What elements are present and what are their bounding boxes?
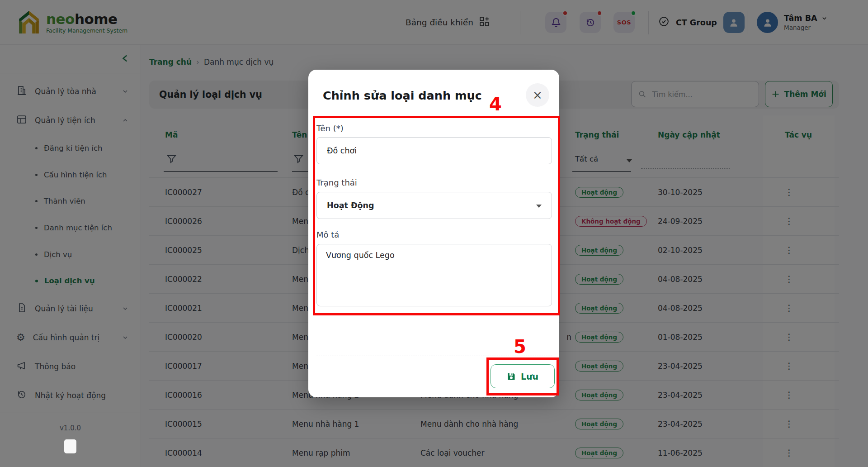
desc-textarea[interactable]: Vương quốc Lego [316,244,552,306]
save-floppy-icon [507,372,516,381]
name-field-label: Tên (*) [316,124,344,133]
desc-field-label: Mô tả [316,230,339,239]
status-select[interactable]: Hoạt Động [316,192,552,219]
screen: neohome Facility Management System Bảng … [0,0,868,467]
save-button[interactable]: Lưu [491,364,555,388]
name-input[interactable] [316,137,552,164]
close-icon: × [533,88,542,102]
status-field-label: Trạng thái [316,178,357,187]
modal-footer-divider [316,356,552,356]
caret-down-icon [536,205,542,208]
modal-title: Chỉnh sửa loại danh mục [323,89,482,102]
edit-category-modal: Chỉnh sửa loại danh mục × Tên (*) Trạng … [308,70,559,397]
floating-widget[interactable] [64,439,76,453]
close-button[interactable]: × [526,83,549,107]
